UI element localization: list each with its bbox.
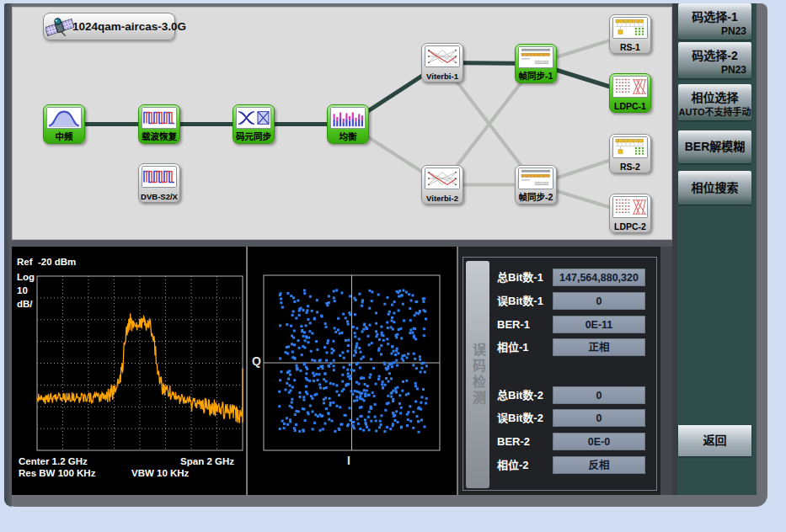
flow-node-viterbi1[interactable]: Viterbi-1	[421, 43, 463, 82]
satellite-icon	[45, 13, 74, 40]
ber-row-value: 反相	[553, 456, 645, 474]
vbw-label: VBW 10 KHz	[131, 468, 189, 478]
frame-icon	[518, 46, 553, 68]
flow-node-zaibo[interactable]: 载波恢复	[138, 104, 180, 144]
sidebar-button-sublabel: PN23	[678, 64, 751, 76]
flow-node-zhen1[interactable]: 帧同步-1	[515, 44, 557, 83]
ber-row-label: 相位-2	[497, 456, 529, 474]
ber-row: 相位-2反相	[458, 456, 660, 474]
trellis-icon	[425, 168, 460, 189]
sidebar-button-2[interactable]: 码选择-2PN23	[678, 42, 751, 78]
sidebar-button-4[interactable]: BER解模糊	[678, 130, 751, 163]
q-axis-label: Q	[252, 354, 261, 368]
ldpc-icon	[612, 76, 648, 98]
sidebar-button-label: 码选择-2	[678, 46, 751, 63]
flow-node-label: 码元同步	[233, 130, 274, 142]
ref-level-label: Ref -20 dBm	[17, 257, 76, 267]
application-window: 1024qam-aircas-3.0G 中频载波恢复码元同步均衡DVB-S2/X…	[0, 0, 786, 532]
flow-node-label: LDPC-1	[610, 101, 650, 111]
ber-row-value: 0	[553, 292, 645, 310]
flow-node-rs1[interactable]: RS-1	[609, 14, 651, 54]
flow-node-dvb[interactable]: DVB-S2/X	[138, 163, 180, 203]
ber-row-value: 0	[553, 386, 645, 404]
squarewave-icon	[142, 166, 177, 188]
ber-row: 误Bit数-20	[458, 409, 660, 427]
constellation-plot	[248, 247, 457, 495]
ber-row-label: 误Bit数-2	[497, 409, 543, 427]
flow-node-label: LDPC-2	[610, 221, 650, 231]
ber-row: 总Bit数-20	[458, 386, 660, 404]
rs-icon	[612, 17, 648, 39]
config-button-label: 1024qam-aircas-3.0G	[72, 20, 186, 33]
center-freq-label: Center 1.2 GHz	[19, 456, 88, 466]
scale-label-log: Log	[17, 272, 35, 282]
ber-row: BER-20E-0	[458, 433, 660, 450]
flow-node-label: 帧同步-2	[516, 190, 556, 203]
flow-node-zhongpin[interactable]: 中频	[43, 104, 85, 144]
spectrum-panel: Ref -20 dBm Log 10 dB/ Center 1.2 GHz Sp…	[12, 247, 246, 495]
main-frame: 1024qam-aircas-3.0G 中频载波恢复码元同步均衡DVB-S2/X…	[4, 3, 767, 507]
ber-row-label: BER-2	[497, 433, 530, 450]
flow-node-label: Viterbi-1	[422, 72, 463, 81]
flow-node-zhen2[interactable]: 帧同步-2	[515, 165, 557, 205]
ber-row-value: 0	[553, 409, 645, 427]
res-bw-label: Res BW 100 KHz	[19, 468, 95, 478]
ber-stats-panel: 误码检测 总Bit数-1147,564,880,320误Bit数-10BER-1…	[458, 247, 660, 495]
i-axis-label: I	[347, 454, 350, 467]
ber-row-label: 误Bit数-1	[497, 292, 543, 310]
return-button[interactable]: 返回	[678, 425, 751, 456]
ber-row: 总Bit数-1147,564,880,320	[458, 269, 660, 286]
flow-node-ldpc1[interactable]: LDPC-1	[609, 73, 651, 113]
flow-node-junheng[interactable]: 均衡	[327, 104, 369, 144]
sidebar-button-label: 相位搜索	[678, 171, 751, 205]
flow-node-label: RS-2	[610, 162, 650, 172]
sidebar-button-sublabel: PN23	[678, 25, 751, 37]
ber-row-label: 相位-1	[497, 338, 529, 356]
flow-node-label: 均衡	[328, 130, 368, 142]
ber-row: 相位-1正相	[458, 338, 660, 356]
eye-icon	[236, 107, 271, 129]
ber-row-value: 147,564,880,320	[553, 269, 645, 286]
flow-node-mayuan[interactable]: 码元同步	[233, 104, 275, 144]
trellis-icon	[425, 45, 460, 67]
ber-row-label: 总Bit数-2	[497, 386, 543, 404]
ldpc-icon	[612, 196, 648, 218]
sidebar-button-1[interactable]: 码选择-1PN23	[678, 3, 751, 40]
flow-node-viterbi2[interactable]: Viterbi-2	[421, 165, 463, 205]
sidebar: 码选择-1PN23码选择-2PN23相位选择AUTO不支持手动BER解模糊相位搜…	[672, 3, 757, 495]
sidebar-button-label: 相位选择	[678, 88, 751, 105]
constellation-panel: Q I	[248, 247, 457, 495]
flow-node-rs2[interactable]: RS-2	[609, 134, 651, 173]
frame-icon	[518, 168, 553, 189]
ber-row-label: 总Bit数-1	[497, 269, 543, 286]
ber-row: 误Bit数-10	[458, 292, 660, 310]
panel-separator	[12, 240, 672, 247]
flow-node-label: RS-1	[610, 42, 650, 52]
squarewave-icon	[142, 107, 177, 129]
flow-node-label: 载波恢复	[139, 130, 179, 142]
flow-node-label: 中频	[44, 130, 84, 142]
ber-row-value: 正相	[553, 338, 645, 356]
signal-flow-panel: 1024qam-aircas-3.0G 中频载波恢复码元同步均衡DVB-S2/X…	[12, 7, 672, 240]
flow-node-label: DVB-S2/X	[139, 192, 179, 201]
ber-row: BER-10E-11	[458, 316, 660, 333]
scale-label-10: 10	[17, 285, 28, 295]
ber-row-value: 0E-11	[553, 316, 645, 333]
bars-icon	[330, 107, 366, 129]
scale-label-db: dB/	[17, 299, 33, 309]
flow-node-label: Viterbi-2	[422, 194, 463, 203]
rs-icon	[612, 136, 648, 158]
config-button[interactable]: 1024qam-aircas-3.0G	[43, 13, 175, 40]
span-label: Span 2 GHz	[180, 456, 234, 466]
ber-row-label: BER-1	[497, 316, 530, 333]
ber-row-value: 0E-0	[553, 433, 645, 450]
sidebar-button-3[interactable]: 相位选择AUTO不支持手动	[678, 84, 751, 120]
sidebar-button-sublabel: AUTO不支持手动	[678, 104, 751, 118]
bandpass-icon	[46, 107, 82, 129]
flow-node-label: 帧同步-1	[516, 69, 556, 82]
sidebar-button-label: 码选择-1	[678, 8, 751, 24]
flow-node-ldpc2[interactable]: LDPC-2	[609, 194, 651, 233]
frame-left-edge	[4, 3, 12, 507]
sidebar-button-5[interactable]: 相位搜索	[678, 171, 751, 205]
sidebar-button-label: BER解模糊	[678, 130, 751, 163]
